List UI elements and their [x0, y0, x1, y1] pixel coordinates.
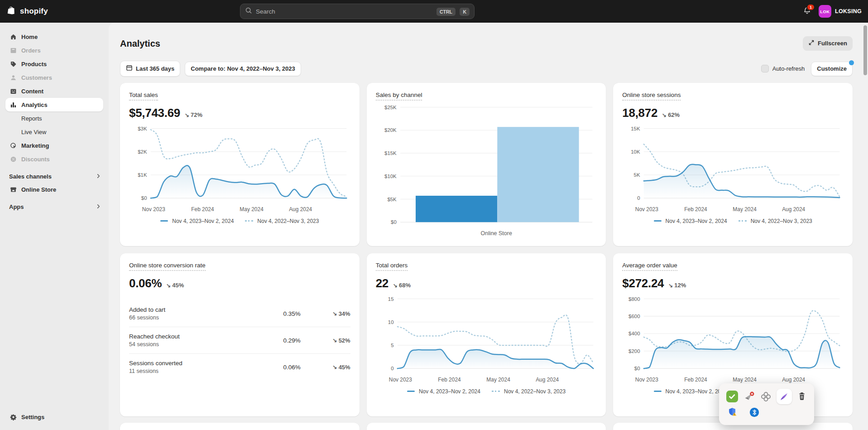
- topbar: shopify Search CTRL K 1 LOK LOKSING: [0, 0, 868, 23]
- sidebar-item-analytics[interactable]: Analytics: [5, 98, 103, 111]
- svg-text:Nov 2023: Nov 2023: [142, 206, 165, 213]
- sidebar-item-reports[interactable]: Reports: [5, 111, 103, 125]
- legend-dotted-swatch: [739, 220, 747, 222]
- funnel-label: Added to cart: [129, 306, 242, 313]
- sidebar-item-discounts[interactable]: Discounts: [5, 152, 103, 166]
- svg-text:5K: 5K: [634, 172, 640, 178]
- legend-previous-label: Nov 4, 2022–Nov 3, 2023: [257, 218, 319, 224]
- chart-legend: Nov 4, 2023–Nov 2, 2024Nov 4, 2022–Nov 3…: [622, 218, 844, 224]
- svg-text:$1K: $1K: [138, 172, 147, 178]
- svg-text:May 2024: May 2024: [733, 206, 757, 213]
- online-store-sessions-svg: 15K10K5K0Nov 2023Feb 2024May 2024Aug 202…: [622, 124, 844, 217]
- customize-button[interactable]: Customize: [811, 62, 853, 76]
- section-sales-channels[interactable]: Sales channels: [9, 173, 101, 180]
- svg-text:Feb 2024: Feb 2024: [191, 206, 214, 213]
- feather-extension-icon[interactable]: [777, 389, 792, 404]
- search-placeholder: Search: [256, 8, 431, 15]
- calendar-icon: [126, 64, 133, 73]
- bluetooth-extension-icon[interactable]: [749, 407, 760, 418]
- notifications-button[interactable]: 1: [803, 6, 811, 17]
- send-error-extension-icon[interactable]: [743, 391, 755, 402]
- orders-icon: [9, 46, 17, 54]
- sidebar-item-home[interactable]: Home: [5, 30, 103, 43]
- search-shortcut: CTRL K: [434, 7, 470, 15]
- conversion-rate-title[interactable]: Online store conversion rate: [129, 262, 206, 271]
- content-icon: [9, 87, 17, 95]
- svg-text:$2K: $2K: [138, 149, 147, 155]
- section-apps[interactable]: Apps: [9, 203, 101, 210]
- total-orders-title[interactable]: Total orders: [376, 262, 408, 271]
- total-sales-title[interactable]: Total sales: [129, 92, 158, 101]
- auto-refresh-toggle[interactable]: Auto-refresh: [761, 65, 805, 72]
- analytics-icon: [9, 101, 17, 109]
- svg-text:$600: $600: [628, 314, 640, 319]
- fullscreen-label: Fullscreen: [818, 40, 847, 47]
- sales-by-channel-title[interactable]: Sales by channel: [376, 92, 422, 101]
- total-orders-card: Total orders 22 ↘68% 151050Nov 2023Feb 2…: [367, 253, 606, 416]
- legend-solid-swatch: [654, 391, 662, 392]
- legend-previous-label: Nov 4, 2022–Nov 3, 2023: [504, 388, 566, 395]
- svg-text:May 2024: May 2024: [240, 206, 264, 213]
- chart-legend: Nov 4, 2023–Nov 2, 2024Nov 4, 2022–Nov 3…: [129, 218, 350, 224]
- sidebar-nav: HomeOrdersProductsCustomersContentAnalyt…: [5, 30, 103, 213]
- user-menu[interactable]: LOK LOKSING: [819, 5, 862, 18]
- knot-extension-icon[interactable]: [760, 391, 772, 402]
- funnel-sessions: 54 sessions: [129, 341, 242, 348]
- compare-button[interactable]: Compare to: Nov 4, 2022–Nov 3, 2023: [185, 62, 301, 76]
- total-sales-value: $5,743.69: [129, 106, 180, 120]
- down-arrow-icon: ↘: [662, 112, 667, 118]
- svg-text:$0: $0: [391, 219, 397, 225]
- sidebar-item-label: Products: [21, 61, 47, 68]
- fullscreen-button[interactable]: Fullscreen: [803, 36, 853, 51]
- conversion-rate-delta: ↘45%: [166, 282, 184, 289]
- funnel-delta: ↘52%: [301, 337, 350, 344]
- shopify-wordmark: shopify: [20, 7, 48, 16]
- svg-text:$800: $800: [628, 296, 640, 302]
- total-sales-chart: $3K$2K$1K$0Nov 2023Feb 2024May 2024Aug 2…: [129, 124, 350, 224]
- topbar-right: 1 LOK LOKSING: [803, 5, 862, 18]
- svg-text:Online Store: Online Store: [480, 230, 512, 237]
- legend-previous-label: Nov 4, 2022–Nov 3, 2023: [751, 218, 812, 224]
- shopify-logo[interactable]: shopify: [7, 6, 48, 17]
- sidebar-item-products[interactable]: Products: [5, 57, 103, 71]
- sessions-value: 18,872: [622, 106, 657, 120]
- marketing-icon: [9, 141, 17, 150]
- auto-refresh-checkbox[interactable]: [761, 65, 769, 72]
- customize-notification-dot: [849, 60, 854, 65]
- compare-label: Compare to: Nov 4, 2022–Nov 3, 2023: [191, 65, 295, 72]
- svg-text:$5K: $5K: [387, 197, 397, 202]
- svg-text:$20K: $20K: [384, 127, 397, 133]
- svg-text:May 2024: May 2024: [486, 377, 510, 383]
- sidebar-item-orders[interactable]: Orders: [5, 43, 103, 57]
- sidebar-item-online-store[interactable]: Online Store: [5, 183, 103, 196]
- toolbar-row-1: [726, 389, 807, 404]
- svg-text:Aug 2024: Aug 2024: [782, 206, 805, 213]
- sidebar-item-live-view[interactable]: Live View: [5, 125, 103, 139]
- section-label: Sales channels: [9, 173, 52, 180]
- sidebar-item-label: Content: [21, 88, 43, 95]
- trash-extension-icon[interactable]: [797, 391, 807, 401]
- sidebar-item-settings[interactable]: Settings: [5, 410, 103, 424]
- svg-text:Aug 2024: Aug 2024: [536, 377, 559, 383]
- down-arrow-icon: ↘: [333, 337, 337, 344]
- average-order-value-title[interactable]: Average order value: [622, 262, 677, 271]
- average-order-value-svg: $800$600$400$200$0Nov 2023Feb 2024May 20…: [622, 294, 844, 387]
- shield-warning-extension-icon[interactable]: [727, 407, 738, 418]
- top-selling-products-card: Top selling products: [120, 423, 360, 430]
- date-range-button[interactable]: Last 365 days: [120, 61, 180, 77]
- green-check-extension-icon[interactable]: [726, 391, 738, 402]
- funnel-rate: 0.35%: [242, 310, 301, 317]
- sidebar-item-customers[interactable]: Customers: [5, 71, 103, 84]
- legend-dotted-swatch: [245, 220, 253, 222]
- online-store-sessions-title[interactable]: Online store sessions: [622, 92, 681, 101]
- legend-solid-swatch: [407, 391, 415, 392]
- svg-text:Feb 2024: Feb 2024: [438, 377, 461, 383]
- search-input[interactable]: Search CTRL K: [240, 4, 475, 19]
- online-store-sessions-card: Online store sessions 18,872 ↘62% 15K10K…: [613, 83, 853, 246]
- scrollbar[interactable]: [863, 25, 867, 75]
- chevron-right-icon: [96, 173, 101, 180]
- sidebar-item-marketing[interactable]: Marketing: [5, 139, 103, 152]
- total-sales-delta: ↘72%: [185, 111, 202, 118]
- sidebar-item-label: Marketing: [21, 142, 49, 149]
- sidebar-item-content[interactable]: Content: [5, 84, 103, 98]
